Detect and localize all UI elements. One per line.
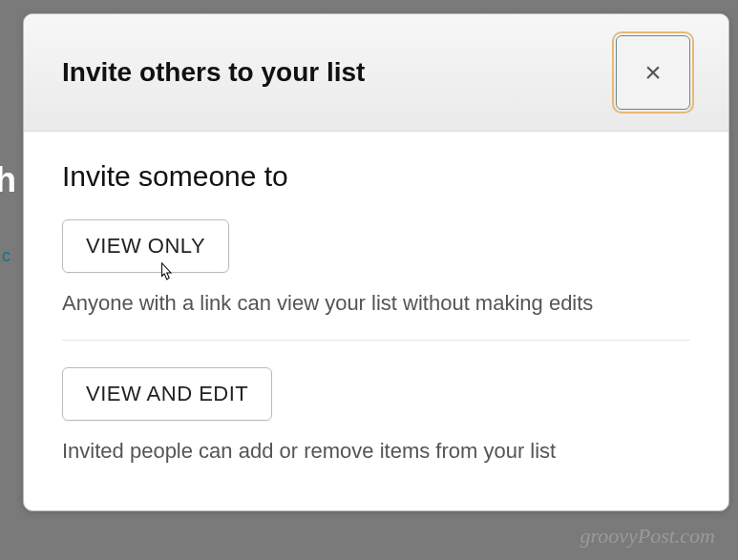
close-button[interactable]: × <box>616 35 690 110</box>
view-only-description: Anyone with a link can view your list wi… <box>62 288 690 319</box>
backdrop-text: c <box>2 246 11 266</box>
view-and-edit-button[interactable]: VIEW AND EDIT <box>62 367 272 421</box>
modal-body: Invite someone to VIEW ONLY Anyone with … <box>24 132 728 510</box>
close-icon: × <box>644 56 662 89</box>
invite-modal: Invite others to your list × Invite some… <box>23 13 729 511</box>
divider <box>62 340 690 341</box>
modal-header: Invite others to your list × <box>24 14 728 132</box>
backdrop-text: h <box>0 160 16 200</box>
invite-subtitle: Invite someone to <box>62 160 690 193</box>
watermark: groovyPost.com <box>580 524 715 549</box>
modal-title: Invite others to your list <box>62 57 365 88</box>
view-only-button[interactable]: VIEW ONLY <box>62 219 229 273</box>
view-and-edit-description: Invited people can add or remove items f… <box>62 436 690 467</box>
